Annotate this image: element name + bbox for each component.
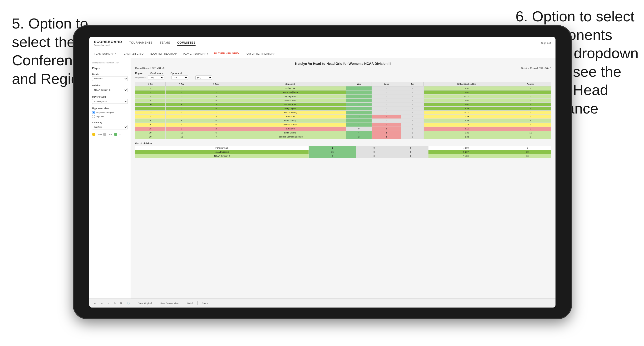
col-tie: Tie <box>401 82 424 86</box>
radio-top-100[interactable]: Top 100 <box>92 115 128 118</box>
legend-up-dot <box>114 133 117 136</box>
filters-row: Region Conference Opponent <box>135 72 551 75</box>
filter-selects-row: Opponents: (All) (All) (All) <box>135 76 551 80</box>
sub-nav-team-h2h-heatmap[interactable]: TEAM H2H HEATMAP <box>150 51 177 56</box>
logo-text: SCOREBOARD <box>94 40 122 44</box>
last-updated: Last Updated: 27/03/2024 14:34 <box>92 62 128 64</box>
legend-level-label: Level <box>108 134 112 136</box>
redo1-btn[interactable]: ⇐ <box>100 301 104 305</box>
gender-select[interactable]: Women's <box>92 76 128 81</box>
out-of-division-label: Out of division <box>135 142 551 145</box>
legend-down-label: Down <box>97 134 102 136</box>
toolbar-divider-1 <box>134 301 134 305</box>
table-row: NAIA Division 1 15 0 0 9.267 30 <box>135 150 551 154</box>
sub-nav: TEAM SUMMARY TEAM H2H GRID TEAM H2H HEAT… <box>89 49 556 58</box>
opponent-filter-sub: (All) <box>195 76 212 80</box>
opponent-filter-label: Opponent <box>170 72 182 75</box>
toolbar-divider-4 <box>198 301 198 305</box>
nav-teams[interactable]: TEAMS <box>160 40 170 46</box>
division-select[interactable]: NCAA Division III <box>92 88 128 92</box>
nav-tournaments[interactable]: TOURNAMENTS <box>129 40 152 46</box>
view-original-btn[interactable]: View: Original <box>137 301 153 305</box>
main-data-table: # Div # Reg # Conf Opponent Win Loss Tie… <box>135 82 551 139</box>
paste-btn[interactable]: ⌘ <box>119 301 124 305</box>
col-div: # Div <box>135 82 166 86</box>
table-row: 10 6 3 Andrea York 2 0 0 4.00 4 <box>135 103 551 107</box>
toolbar-divider-2 <box>156 301 156 305</box>
sign-out-link[interactable]: Sign out <box>541 41 551 44</box>
redo2-btn[interactable]: ↪ <box>106 301 111 305</box>
grid-title-area: Katelyn Vo Head-to-Head Grid for Women's… <box>135 62 551 70</box>
sidebar-opponent-view: Opponent view Opponents Played Top 100 <box>92 107 128 118</box>
share-btn[interactable]: Share <box>200 301 209 305</box>
radio-opponents-played[interactable]: Opponents Played <box>92 111 128 114</box>
table-row: 20 11 7 Federica Domecq Lacroze 2 1 0 1.… <box>135 135 551 139</box>
sidebar-player-rank: Player (Rank) 8. Katelyn Vo <box>92 96 128 104</box>
colour-legend: Down Level Up <box>92 133 128 136</box>
sidebar-player-section: Player <box>92 67 128 70</box>
table-row: 11 2 5 Heejo Hyun 1 0 0 3.33 3 <box>135 107 551 111</box>
opponent-view-label: Opponent view <box>92 107 128 110</box>
opponent-view-radio-group: Opponents Played Top 100 <box>92 111 128 118</box>
logo-sub: Powered by clippd <box>94 44 122 46</box>
conference-filter-group: Conference <box>150 72 164 75</box>
nav-committee[interactable]: COMMITTEE <box>177 40 196 46</box>
colour-by-select[interactable]: Win/loss <box>92 125 128 129</box>
sub-nav-player-summary[interactable]: PLAYER SUMMARY <box>183 51 208 56</box>
conference-dropdown[interactable]: (All) <box>172 76 188 80</box>
table-row: 5 2 2 Alexis Sudjianto 1 0 0 4.00 3 <box>135 90 551 95</box>
records-row: Overall Record: 353 - 34 - 6 Division Re… <box>135 67 551 70</box>
opponent-filter-group: Opponent <box>170 72 182 75</box>
opponent-dropdown[interactable]: (All) <box>195 76 212 80</box>
table-row: 19 10 6 Emily Chang 4 1 0 0.30 11 <box>135 131 551 135</box>
bottom-toolbar: ↩ ⇐ ↪ ⎘ ⌘ 🕐 View: Original Save Custom V… <box>89 299 556 308</box>
conf-filter-label: Conference <box>150 72 164 75</box>
conference-filter-sub: (All) <box>172 76 188 80</box>
undo-btn[interactable]: ↩ <box>93 301 98 305</box>
legend-up-label: Up <box>119 134 121 136</box>
col-opponent: Opponent <box>234 82 346 86</box>
table-row: 18 2 2 Euna Lee 0 3 0 -5.00 2 <box>135 127 551 131</box>
table-header-row: # Div # Reg # Conf Opponent Win Loss Tie… <box>135 82 551 86</box>
tablet-screen: SCOREBOARD Powered by clippd TOURNAMENTS… <box>89 37 556 308</box>
sidebar-gender: Gender Women's <box>92 73 128 81</box>
save-custom-view-btn[interactable]: Save Custom View <box>159 301 180 305</box>
opponents-filter-sub: Opponents: (All) <box>135 76 164 80</box>
player-rank-select[interactable]: 8. Katelyn Vo <box>92 99 128 104</box>
table-row: 15 8 5 Stella Cheng 1 0 0 1.25 4 <box>135 119 551 123</box>
out-of-division-table: Foreign Team 1 0 0 4.500 2 NAIA Division… <box>135 146 551 158</box>
table-row: 13 1 1 Jessica Huang 1 0 0 -3.00 2 <box>135 111 551 115</box>
sub-nav-team-h2h-grid[interactable]: TEAM H2H GRID <box>122 51 144 56</box>
main-content: Last Updated: 27/03/2024 14:34 Player Ge… <box>89 58 556 299</box>
region-dropdown[interactable]: (All) <box>148 76 164 80</box>
grid-area: Katelyn Vo Head-to-Head Grid for Women's… <box>131 58 556 299</box>
region-filter-label: Region <box>135 72 143 75</box>
sidebar-colour-by: Colour by Win/loss <box>92 121 128 129</box>
sub-nav-player-h2h-grid[interactable]: PLAYER H2H GRID <box>214 51 239 56</box>
table-row: 9 1 4 Sharon Mun 1 0 0 3.67 3 <box>135 99 551 103</box>
gender-label: Gender <box>92 73 128 75</box>
division-label: Division <box>92 84 128 87</box>
logo-area: SCOREBOARD Powered by clippd <box>94 40 122 46</box>
player-rank-label: Player (Rank) <box>92 96 128 98</box>
opponents-label: Opponents: <box>135 76 146 79</box>
copy-btn[interactable]: ⎘ <box>113 301 117 305</box>
table-row: 14 7 4 Eunice Yi 2 2 0 0.38 9 <box>135 115 551 119</box>
table-row: NCAA Division 2 5 0 0 7.400 10 <box>135 154 551 158</box>
top-nav: SCOREBOARD Powered by clippd TOURNAMENTS… <box>89 37 556 49</box>
table-row: Foreign Team 1 0 0 4.500 2 <box>135 146 551 150</box>
overall-record: Overall Record: 353 - 34 - 6 <box>135 67 164 70</box>
grid-title: Katelyn Vo Head-to-Head Grid for Women's… <box>135 62 551 66</box>
sub-nav-team-summary[interactable]: TEAM SUMMARY <box>94 51 116 56</box>
legend-level-dot <box>103 133 106 136</box>
clock-btn[interactable]: 🕐 <box>126 301 131 305</box>
sub-nav-player-h2h-heatmap[interactable]: PLAYER H2H HEATMAP <box>245 51 275 56</box>
watch-btn[interactable]: Watch <box>186 301 194 305</box>
logo: SCOREBOARD Powered by clippd <box>94 40 122 46</box>
player-label: Player <box>92 67 128 70</box>
sidebar: Last Updated: 27/03/2024 14:34 Player Ge… <box>89 58 131 299</box>
col-win: Win <box>346 82 372 86</box>
tablet-device: SCOREBOARD Powered by clippd TOURNAMENTS… <box>74 26 571 318</box>
col-rounds: Rounds <box>510 82 551 86</box>
col-conf: # Conf <box>198 82 234 86</box>
